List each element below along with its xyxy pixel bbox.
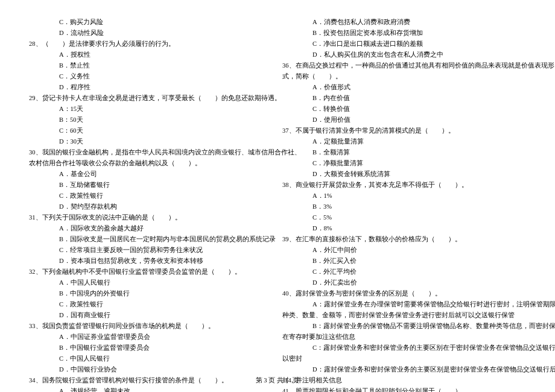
- left_column-line: D．契约型存款机构: [29, 201, 273, 212]
- left_column-line: C．购买力风险: [29, 17, 273, 28]
- right_column-line: B：露封保管业务的保管物品不需要注明保管物品名称、数量种类等信息，而密封保管业务: [282, 321, 526, 332]
- left_column-line: 30、我国的银行业金融机构，是指在中华人民共和国境内设立的商业银行、城市信用合作…: [29, 147, 273, 158]
- right_column-line: A．1%: [282, 191, 526, 201]
- left_column-line: 31、下列关于国际收支的说法中正确的是（ ）。: [29, 212, 273, 223]
- right_column-line: D．大额资金转账系统清算: [282, 169, 526, 180]
- left_column-line: C．中国人民银行: [29, 353, 273, 364]
- right_column-line: B．内在价值: [282, 93, 526, 104]
- left_column-line: C．政策性银行: [29, 299, 273, 310]
- left_column-line: 农村信用合作社等吸收公众存款的金融机构以及（ ）。: [29, 158, 273, 169]
- right_column-line: C．净出口是出口额减去进口额的差额: [282, 39, 526, 49]
- left_column-line: 28、（ ）是法律要求行为人必须履行的行为。: [29, 39, 273, 49]
- left_column-line: A．中国人民银行: [29, 277, 273, 288]
- left_column-line: 33、我国负责监督管理银行间同业拆借市场的机构是（ ）。: [29, 321, 273, 332]
- right_column-line: A．消费包括私人消费和政府消费: [282, 17, 526, 28]
- left_column-line: 29、贷记卡持卡人在非现金交易是进行透支，可享受最长（ ）的免息还款期待遇。: [29, 93, 273, 104]
- left_column-line: D．国有商业银行: [29, 310, 273, 321]
- right_column-line: 39、在汇率的直接标价法下，数额较小的价格应为（ ）。: [282, 234, 526, 245]
- right_column-line: 在寄存时要加注这些信息: [282, 332, 526, 343]
- right_column-line: 以密封: [282, 353, 526, 364]
- right_column-line: C．5%: [282, 212, 526, 223]
- left_column-line: D．资本项目包括贸易收支，劳务收支和资本转移: [29, 256, 273, 267]
- right_column-line: C．净额批量清算: [282, 158, 526, 169]
- right_column-line: B．外汇买入价: [282, 256, 526, 267]
- left_column-line: 32、下列金融机构中不受中国银行业监督管理委员会监管的是（ ）。: [29, 267, 273, 277]
- right_column-line: A：露封保管业务在办理保管时需要将保管物品交给银行时进行密封，注明保管期限、名称…: [282, 299, 526, 310]
- right_column-line: B．投资包括固定资本形成和存货增加: [282, 28, 526, 39]
- page-footer: 第 3 页 共 14 页: [0, 376, 555, 385]
- right_column-line: B．3%: [282, 201, 526, 212]
- right-column: A．消费包括私人消费和政府消费B．投资包括固定资本形成和存货增加C．净出口是出口…: [278, 17, 531, 368]
- left_column-line: B．中国银行业监督管理委员会: [29, 343, 273, 353]
- left_column-line: A．授权性: [29, 49, 273, 60]
- right_column-line: 种类、数量、金额等，而密封保管业务保管业务进行密封后就可以交送银行保管: [282, 310, 526, 321]
- right_column-line: C．外汇平均价: [282, 267, 526, 277]
- left_column-line: D．流动性风险: [29, 28, 273, 39]
- right_column-line: C．转换价值: [282, 104, 526, 115]
- right_column-line: 式，简称（ ）。: [282, 71, 526, 82]
- left_column-line: A．国际收支的盈余越大越好: [29, 223, 273, 234]
- right_column-line: A．定额批量清算: [282, 136, 526, 147]
- left_column-line: B．互助储蓄银行: [29, 180, 273, 191]
- left_column-line: C．政策性银行: [29, 191, 273, 201]
- left_column-line: A．基金公司: [29, 169, 273, 180]
- right_column-line: C：露封保管业务和密封保管业务的主要区别在于密封保管业务在保管物品交送银行时先加: [282, 343, 526, 353]
- right_column-line: 40、露封保管业务与密封保管业务的区别是（ ）。: [282, 288, 526, 299]
- left_column-line: C：60天: [29, 125, 273, 136]
- left_column-line: A．违规经营，逾期未改: [29, 386, 273, 392]
- left_column-line: C．经常项目主要反映一国的贸易和劳务往来状况: [29, 245, 273, 256]
- left_column-line: B．禁止性: [29, 60, 273, 71]
- right_column-line: A．价值形式: [282, 82, 526, 93]
- left_column-line: A：15天: [29, 104, 273, 115]
- right_column-line: D．使用价值: [282, 115, 526, 125]
- left_column-line: A．中国证券业监督管理委员会: [29, 332, 273, 343]
- document-container: C．购买力风险D．流动性风险28、（ ）是法律要求行为人必须履行的行为。A．授权…: [0, 0, 555, 368]
- right_column-line: D．外汇卖出价: [282, 277, 526, 288]
- right_column-line: D．8%: [282, 223, 526, 234]
- left_column-line: D．程序性: [29, 82, 273, 93]
- right_column-line: B．全额清算: [282, 147, 526, 158]
- right_column-line: 36、在商品交换过程中，一种商品的价值通过其他具有相同价值的商品来表现就是价值表…: [282, 60, 526, 71]
- right_column-line: A．外汇中间价: [282, 245, 526, 256]
- left_column-line: B．中国境内的外资银行: [29, 288, 273, 299]
- right_column-line: 41、股票按期限长短和金融工具的职能划分分别属于（ ）。: [282, 386, 526, 392]
- right_column-line: D．私人购买住房的支出包含在私人消费之中: [282, 49, 526, 60]
- right_column-line: D：露封保管业务和密封保管业务的主要区别是密封保管业务在保管物品交送银行后加以密: [282, 364, 526, 375]
- left-column: C．购买力风险D．流动性风险28、（ ）是法律要求行为人必须履行的行为。A．授权…: [24, 17, 278, 368]
- left_column-line: B：50天: [29, 115, 273, 125]
- left_column-line: D：30天: [29, 136, 273, 147]
- right_column-line: 37、不属于银行清算业务中常见的清算模式的是（ ）。: [282, 125, 526, 136]
- left_column-line: C．义务性: [29, 71, 273, 82]
- right_column-line: 38、商业银行开展贷款业务，其资本充足率不得低于（ ）。: [282, 180, 526, 191]
- left_column-line: B．国际收支是一国居民在一定时期内与非本国居民的贸易交易的系统记录: [29, 234, 273, 245]
- left_column-line: D．中国银行业协会: [29, 364, 273, 375]
